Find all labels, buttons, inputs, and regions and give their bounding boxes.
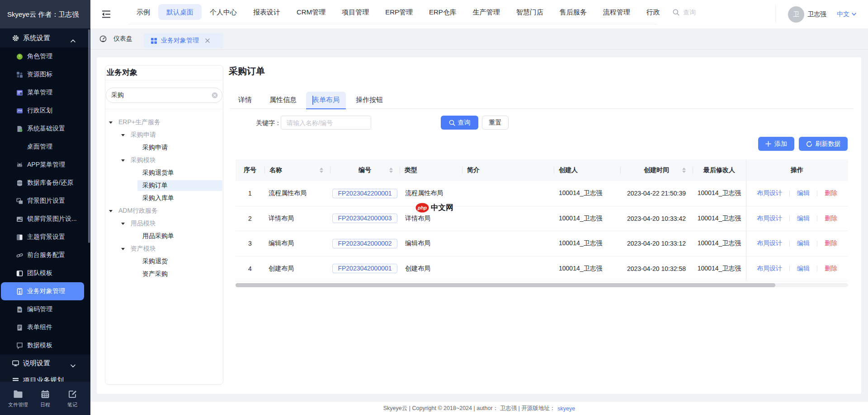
col-code[interactable]: 编号 xyxy=(330,159,400,181)
clear-icon[interactable] xyxy=(212,92,218,98)
language-switcher[interactable]: 中文 xyxy=(837,10,856,19)
sidebar-item-theme-bg[interactable]: 主题背景设置 xyxy=(0,228,90,246)
edit-link[interactable]: 编辑 xyxy=(797,189,810,197)
edit-link[interactable]: 编辑 xyxy=(797,265,810,273)
code-tag[interactable]: FP2023042000003 xyxy=(332,214,397,223)
sidebar-item-app-menu[interactable]: APP菜单管理 xyxy=(0,156,90,174)
tree-node-erp[interactable]: ERP+生产服务 xyxy=(105,116,223,129)
nav-item-personal-center[interactable]: 个人中心 xyxy=(202,4,245,20)
code-tag[interactable]: FP2023042000002 xyxy=(332,239,397,248)
form-doc-icon xyxy=(16,324,23,331)
tab-attribute-info[interactable]: 属性信息 xyxy=(269,92,297,109)
layout-design-link[interactable]: 布局设计 xyxy=(757,189,782,197)
tree-node-purchase-apply[interactable]: 采购申请 xyxy=(105,141,223,154)
tree-node-purchase-order[interactable]: 采购订单 xyxy=(105,179,223,192)
tree-node-adm[interactable]: ADM行政服务 xyxy=(105,205,223,217)
sidebar-item-sysbase[interactable]: 系统基础设置 xyxy=(0,120,90,138)
tree-search-input[interactable] xyxy=(111,92,212,99)
sidebar-item-label: 资源图标 xyxy=(27,70,52,79)
sort-icon[interactable] xyxy=(320,168,323,173)
reset-button[interactable]: 重置 xyxy=(482,116,509,130)
delete-link[interactable]: 删除 xyxy=(825,265,837,273)
nav-item-example[interactable]: 示例 xyxy=(128,4,158,20)
sidebar-item-db-backup[interactable]: 数据库备份/还原 xyxy=(0,174,90,192)
close-icon[interactable] xyxy=(205,38,210,43)
tree-node-purchase-return-order[interactable]: 采购退货单 xyxy=(105,167,223,179)
delete-link[interactable]: 删除 xyxy=(825,189,837,197)
nav-item-project[interactable]: 项目管理 xyxy=(334,4,377,20)
footer-link[interactable]: skyeye xyxy=(557,406,575,412)
tree-node-purchase-module[interactable]: 采购模块 xyxy=(105,154,223,167)
global-search-input[interactable] xyxy=(683,9,760,16)
edit-link[interactable]: 编辑 xyxy=(797,239,810,247)
refresh-button[interactable]: 刷新数据 xyxy=(799,137,848,151)
sort-icon[interactable] xyxy=(389,168,393,173)
username[interactable]: 卫志强 xyxy=(807,10,826,19)
tree-node-supplies-purchase[interactable]: 用品采购单 xyxy=(105,230,223,242)
nav-item-crm[interactable]: CRM管理 xyxy=(288,4,334,20)
sidebar-group-system-settings[interactable]: 系统设置 xyxy=(0,28,90,47)
search-button[interactable]: 查询 xyxy=(441,116,478,130)
refresh-icon xyxy=(806,141,812,147)
sidebar-item-menu-manage[interactable]: 菜单管理 xyxy=(0,84,90,102)
sidebar-item-lockscreen-image[interactable]: 锁屏背景图片设... xyxy=(0,210,90,228)
sidebar-item-team-template[interactable]: 团队模板 xyxy=(0,264,90,282)
sidebar-scrollbar[interactable] xyxy=(88,29,90,243)
sidebar-item-region[interactable]: 行政区划 xyxy=(0,102,90,120)
code-tag[interactable]: FP2023042200001 xyxy=(332,189,397,198)
nav-item-erp[interactable]: ERP管理 xyxy=(377,4,421,20)
sidebar-item-role[interactable]: 角色管理 xyxy=(0,47,90,65)
sidebar-item-form-component[interactable]: 表单组件 xyxy=(0,318,90,336)
col-intro[interactable]: 简介 xyxy=(462,159,554,181)
tab-business-object-management[interactable]: 业务对象管理 xyxy=(144,33,223,48)
tab-form-layout[interactable]: 表单布局 xyxy=(306,92,346,109)
sidebar-item-front-service[interactable]: 前台服务配置 xyxy=(0,246,90,264)
col-creator[interactable]: 创建人 xyxy=(554,159,620,181)
sidebar-item-business-object[interactable]: 业务对象管理 xyxy=(1,282,84,300)
nav-item-after-sales[interactable]: 售后服务 xyxy=(552,4,595,20)
col-created-time[interactable]: 创建时间 xyxy=(620,159,693,181)
col-no[interactable]: 序号 xyxy=(236,159,264,181)
sidebar-footer-files[interactable]: 文件管理 xyxy=(5,382,32,415)
nav-item-erp-warehouse[interactable]: ERP仓库 xyxy=(421,4,465,20)
edit-link[interactable]: 编辑 xyxy=(797,214,810,223)
sidebar-item-data-template[interactable]: 数据模板 xyxy=(0,336,90,354)
sidebar-item-desktop-manage[interactable]: 桌面管理 xyxy=(0,138,90,156)
scrollbar-thumb[interactable] xyxy=(236,283,775,287)
delete-link[interactable]: 删除 xyxy=(825,214,837,223)
col-name[interactable]: 名称 xyxy=(264,159,330,181)
avatar[interactable]: 卫 xyxy=(788,6,804,23)
layout-design-link[interactable]: 布局设计 xyxy=(757,239,782,247)
code-tag[interactable]: FP2023042000001 xyxy=(332,264,397,273)
add-button[interactable]: 添加 xyxy=(758,137,794,151)
tree-node-asset-module[interactable]: 资产模块 xyxy=(105,242,223,255)
sidebar-group-instruction-settings[interactable]: 说明设置 xyxy=(0,354,90,372)
tree-node-supplies-module[interactable]: 用品模块 xyxy=(105,217,223,230)
layout-design-link[interactable]: 布局设计 xyxy=(757,214,782,223)
sidebar-footer-notes[interactable]: 笔记 xyxy=(59,382,86,415)
sort-icon[interactable] xyxy=(682,168,686,173)
keyword-input[interactable] xyxy=(281,116,371,130)
sidebar-item-bg-image[interactable]: 背景图片设置 xyxy=(0,192,90,210)
sidebar-item-resource[interactable]: 资源图标 xyxy=(0,65,90,84)
tab-dashboard[interactable]: 仪表盘 xyxy=(99,28,132,49)
tree-node-purchase-inbound[interactable]: 采购入库单 xyxy=(105,192,223,205)
nav-item-production[interactable]: 生产管理 xyxy=(465,4,508,20)
tree-node-asset-purchase[interactable]: 资产采购 xyxy=(105,268,223,280)
nav-item-report-design[interactable]: 报表设计 xyxy=(245,4,288,20)
col-modifier[interactable]: 最后修改人 xyxy=(693,159,746,181)
tree-node-purchase-return[interactable]: 采购退货 xyxy=(105,255,223,268)
delete-link[interactable]: 删除 xyxy=(825,239,837,247)
nav-item-admin[interactable]: 行政 xyxy=(638,4,668,20)
sidebar-footer-schedule[interactable]: 日程 xyxy=(32,382,59,415)
layout-design-link[interactable]: 布局设计 xyxy=(757,265,782,273)
sidebar-item-code-manage[interactable]: W 编码管理 xyxy=(0,300,90,318)
nav-item-smart-store[interactable]: 智慧门店 xyxy=(508,4,552,20)
nav-item-default-desktop[interactable]: 默认桌面 xyxy=(158,4,202,20)
menu-fold-icon[interactable] xyxy=(102,10,111,20)
tab-action-buttons[interactable]: 操作按钮 xyxy=(356,92,383,109)
nav-item-process[interactable]: 流程管理 xyxy=(595,4,638,20)
col-type[interactable]: 类型 xyxy=(400,159,462,181)
tree-node-purchase-apply-group[interactable]: 采购申请 xyxy=(105,129,223,141)
tab-detail[interactable]: 详情 xyxy=(238,92,252,109)
